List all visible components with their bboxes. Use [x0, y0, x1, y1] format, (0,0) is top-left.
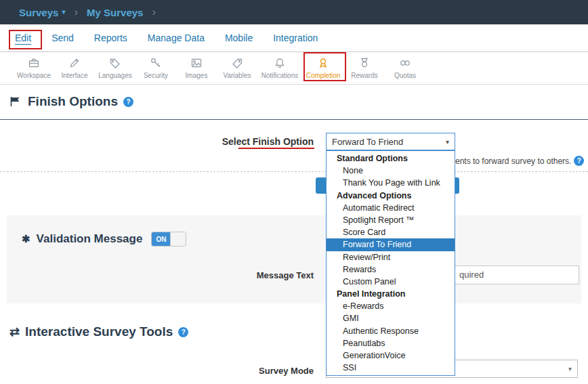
toolbar-item-label: Variables: [224, 72, 251, 79]
dropdown-option-selected[interactable]: Forward To Friend: [327, 238, 455, 251]
dropdown-group-header: Advanced Options: [327, 190, 455, 202]
dropdown-option[interactable]: Automatic Redirect: [327, 202, 455, 214]
menu-item-manage-data[interactable]: Manage Data: [148, 33, 205, 43]
selected-finish-option-value: Forward To Friend: [332, 137, 403, 147]
toolbar-item-label: Quotas: [394, 72, 416, 79]
swap-arrows-icon: ⇄: [9, 326, 20, 338]
breadcrumb-chevron-icon: ›: [74, 5, 78, 19]
toolbar: Workspace Interface Languages Security I…: [0, 52, 588, 85]
toolbar-item-variables[interactable]: Variables: [217, 56, 257, 79]
medal-icon: [358, 56, 371, 70]
breadcrumb-surveys[interactable]: Surveys ▾: [19, 7, 65, 18]
breadcrumb-chevron-icon: ›: [152, 5, 156, 19]
help-icon[interactable]: ?: [178, 327, 188, 337]
finish-option-help-text: ents to forward survey to others. ?: [455, 156, 584, 166]
menu-item-mobile[interactable]: Mobile: [225, 33, 253, 43]
toolbar-item-interface[interactable]: Interface: [54, 56, 95, 79]
toolbar-item-completion[interactable]: Completion: [302, 56, 344, 79]
survey-mode-label: Survey Mode: [203, 366, 314, 376]
menu-item-reports[interactable]: Reports: [94, 33, 127, 43]
toolbar-item-security[interactable]: Security: [135, 56, 176, 79]
dropdown-group-header: Panel Integration: [327, 288, 455, 300]
finish-options-heading: Finish Options ?: [9, 94, 133, 109]
menu-item-edit[interactable]: Edit: [15, 33, 31, 43]
toggle-on-label: ON: [152, 232, 170, 246]
dropdown-option[interactable]: Peanutlabs: [327, 337, 455, 349]
bell-icon: [274, 56, 286, 70]
section-divider: [0, 119, 588, 120]
dropdown-option[interactable]: Spotlight Report ™: [327, 214, 455, 226]
menu-bar: Edit Send Reports Manage Data Mobile Int…: [0, 24, 588, 52]
breadcrumb: Surveys ▾ › My Surveys ›: [19, 5, 156, 19]
validation-message-toggle[interactable]: ON: [151, 232, 186, 247]
dropdown-option[interactable]: SSI: [327, 362, 455, 374]
toolbar-item-label: Notifications: [261, 72, 298, 79]
dropdown-option[interactable]: Custom Panel: [327, 276, 455, 288]
interactive-survey-tools-heading: ⇄ Interactive Survey Tools ?: [9, 324, 188, 339]
dropdown-option[interactable]: GMI: [327, 312, 455, 324]
toolbar-item-label: Completion: [306, 72, 341, 79]
page-title: Finish Options: [28, 94, 118, 109]
finish-option-dropdown-list: Standard Options None Thank You Page wit…: [326, 150, 455, 376]
app-window: Surveys ▾ › My Surveys › Edit Send Repor…: [0, 0, 588, 384]
dropdown-option[interactable]: Thank You Page with Link: [327, 177, 455, 189]
chevron-down-icon: ▾: [568, 365, 572, 372]
dropdown-group-header: Standard Options: [327, 152, 455, 165]
select-finish-option-dropdown[interactable]: Forward To Friend ▾: [326, 133, 455, 150]
message-text-label: Message Text: [203, 270, 314, 280]
pencil-icon: [68, 56, 81, 70]
dropdown-option[interactable]: e-Rewards: [327, 300, 455, 312]
topbar: Surveys ▾ › My Surveys ›: [0, 0, 588, 24]
message-text-value-fragment: quired: [459, 266, 484, 284]
breadcrumb-my-surveys[interactable]: My Surveys: [87, 7, 143, 18]
chevron-down-icon: ▾: [62, 9, 65, 16]
validation-message-title: Validation Message: [37, 232, 143, 246]
breadcrumb-surveys-label: Surveys: [19, 7, 58, 18]
toolbar-item-label: Languages: [98, 72, 132, 79]
toolbar-item-label: Rewards: [351, 72, 377, 79]
select-finish-option-label: Select Finish Option: [163, 136, 314, 147]
flag-icon: [9, 95, 22, 108]
dropdown-option[interactable]: Review/Print: [327, 251, 455, 263]
toolbar-item-label: Images: [186, 72, 208, 79]
toolbar-item-workspace[interactable]: Workspace: [14, 56, 54, 79]
tag-icon: [109, 56, 121, 70]
dropdown-option[interactable]: Rewards: [327, 263, 455, 276]
help-icon[interactable]: ?: [123, 97, 133, 107]
menu-item-send[interactable]: Send: [51, 33, 74, 43]
toolbar-item-notifications[interactable]: Notifications: [257, 56, 302, 79]
toolbar-item-images[interactable]: Images: [176, 56, 217, 79]
toolbar-item-quotas[interactable]: Quotas: [385, 56, 425, 79]
toolbar-item-languages[interactable]: Languages: [95, 56, 135, 79]
help-icon[interactable]: ?: [574, 156, 584, 166]
ribbon-icon: [317, 56, 329, 70]
chain-icon: [399, 56, 411, 70]
briefcase-icon: [28, 56, 40, 70]
dropdown-option[interactable]: GenerationVoice: [327, 349, 455, 362]
help-text-fragment: ents to forward survey to others.: [455, 156, 571, 166]
toolbar-item-rewards[interactable]: Rewards: [344, 56, 385, 79]
asterisk-icon: ✱: [22, 233, 30, 245]
annotation-select-label-underline: [238, 148, 314, 149]
key-icon: [150, 56, 162, 70]
validation-message-header: ✱ Validation Message ON: [22, 232, 186, 247]
dashed-divider: [0, 171, 588, 172]
label-tag-icon: [231, 56, 243, 70]
menu-item-integration[interactable]: Integration: [273, 33, 318, 43]
dropdown-option[interactable]: Authentic Response: [327, 325, 455, 337]
dropdown-option[interactable]: Score Card: [327, 226, 455, 238]
toolbar-item-label: Workspace: [17, 72, 51, 79]
picture-icon: [190, 56, 203, 70]
chevron-down-icon: ▾: [446, 138, 449, 146]
dropdown-option[interactable]: None: [327, 165, 455, 177]
toggle-knob: [170, 232, 186, 246]
section-title: Interactive Survey Tools: [25, 324, 173, 339]
toolbar-item-label: Security: [144, 72, 168, 79]
validation-message-section: ✱ Validation Message ON: [7, 215, 581, 303]
toolbar-item-label: Interface: [62, 72, 88, 79]
